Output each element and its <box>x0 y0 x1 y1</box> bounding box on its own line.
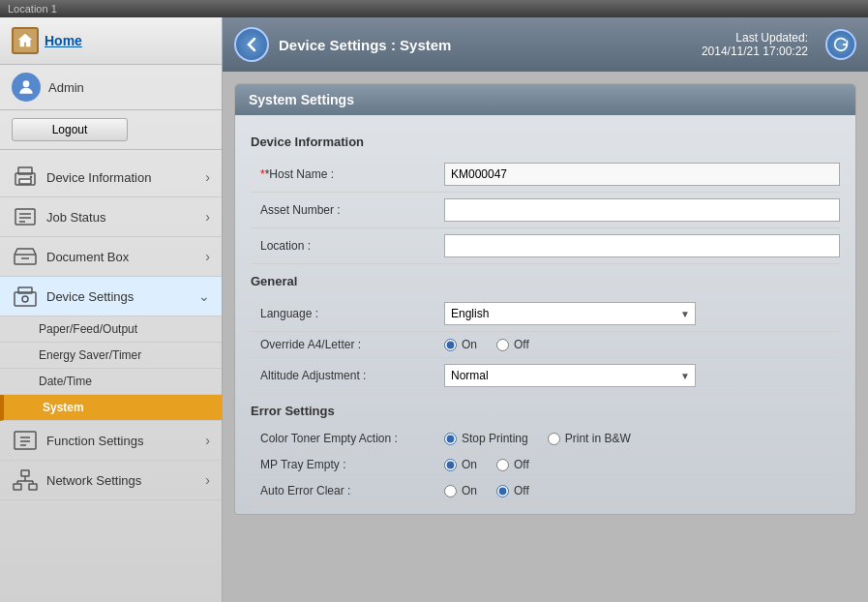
color-toner-label: Color Toner Empty Action : <box>251 432 444 445</box>
auto-error-label: Auto Error Clear : <box>251 484 444 497</box>
stop-printing-radio[interactable] <box>444 433 457 445</box>
override-off-option[interactable]: Off <box>496 338 529 351</box>
sidebar-subitem-energy-saver[interactable]: Energy Saver/Timer <box>0 343 222 369</box>
override-off-radio[interactable] <box>496 339 509 351</box>
location-input[interactable] <box>444 234 840 257</box>
svg-rect-14 <box>15 432 36 449</box>
home-icon <box>12 27 39 54</box>
mp-tray-off-option[interactable]: Off <box>496 458 529 471</box>
breadcrumb: Device Settings : System <box>279 37 692 53</box>
sidebar-item-label: Function Settings <box>46 434 205 448</box>
printer-icon <box>12 166 39 189</box>
stop-printing-option[interactable]: Stop Printing <box>444 432 528 445</box>
asset-number-row: Asset Number : <box>251 193 840 228</box>
language-label: Language : <box>251 307 444 320</box>
svg-rect-9 <box>15 255 36 264</box>
asset-number-label: Asset Number : <box>251 203 444 217</box>
altitude-row: Altitude Adjustment : Normal High 1 High… <box>251 358 840 394</box>
sidebar-item-label: Job Status <box>46 210 205 225</box>
override-on-option[interactable]: On <box>444 338 477 351</box>
override-row: Override A4/Letter : On Off <box>251 332 840 358</box>
sidebar-item-label: Device Settings <box>46 289 198 304</box>
sidebar-item-network-settings[interactable]: Network Settings › <box>0 461 222 500</box>
mp-tray-on-radio[interactable] <box>444 459 457 471</box>
network-icon <box>12 468 39 492</box>
print-bw-option[interactable]: Print in B&W <box>548 432 631 445</box>
device-info-section-title: Device Information <box>251 135 840 149</box>
language-row: Language : English French German Spanish… <box>251 296 840 332</box>
location-row: Location : <box>251 228 840 264</box>
chevron-right-icon: › <box>205 249 210 264</box>
admin-name: Admin <box>48 80 84 95</box>
auto-error-row: Auto Error Clear : On Off <box>251 478 840 504</box>
home-link[interactable]: Home <box>12 27 210 54</box>
chevron-right-icon: › <box>205 433 210 448</box>
location-label: Location : <box>251 239 444 253</box>
sidebar-item-label: Device Information <box>46 170 205 185</box>
last-updated-value: 2014/11/21 17:00:22 <box>702 45 808 58</box>
chevron-right-icon: › <box>205 472 210 488</box>
sidebar-subitem-date-time[interactable]: Date/Time <box>0 369 222 395</box>
svg-point-4 <box>30 176 32 178</box>
mp-tray-off-radio[interactable] <box>496 459 509 471</box>
svg-rect-11 <box>15 292 36 306</box>
svg-rect-18 <box>21 470 29 476</box>
top-bar-title: Location 1 <box>8 3 57 15</box>
sidebar-item-job-status[interactable]: Job Status › <box>0 197 222 237</box>
host-name-row: **Host Name : <box>251 157 840 193</box>
sidebar-item-function-settings[interactable]: Function Settings › <box>0 421 222 461</box>
refresh-button[interactable] <box>825 29 856 60</box>
sidebar-item-device-information[interactable]: Device Information › <box>0 158 222 197</box>
sidebar-item-document-box[interactable]: Document Box › <box>0 237 222 277</box>
auto-error-on-option[interactable]: On <box>444 484 477 497</box>
error-section-title: Error Settings <box>251 404 840 418</box>
mp-tray-label: MP Tray Empty : <box>251 458 444 471</box>
logout-button[interactable]: Logout <box>12 118 128 141</box>
sidebar-subitem-label: Date/Time <box>39 375 92 388</box>
host-name-input[interactable] <box>444 163 840 186</box>
function-icon <box>12 429 39 452</box>
mp-tray-on-option[interactable]: On <box>444 458 477 471</box>
sidebar-item-label: Document Box <box>46 250 205 264</box>
asset-number-input[interactable] <box>444 198 840 222</box>
mp-tray-row: MP Tray Empty : On Off <box>251 452 840 478</box>
override-label: Override A4/Letter : <box>251 338 444 351</box>
sidebar-subitem-label: Paper/Feed/Output <box>39 322 137 336</box>
altitude-label: Altitude Adjustment : <box>251 369 444 382</box>
svg-rect-20 <box>29 484 37 490</box>
chevron-right-icon: › <box>205 169 210 185</box>
last-updated-label: Last Updated: <box>702 31 808 45</box>
svg-point-0 <box>23 80 30 87</box>
auto-error-off-radio[interactable] <box>496 485 509 497</box>
sidebar-item-label: Network Settings <box>46 473 205 488</box>
svg-point-13 <box>22 296 28 302</box>
svg-rect-19 <box>14 484 21 490</box>
sidebar-subitem-system[interactable]: System <box>0 395 222 421</box>
sidebar-subitem-label: System <box>43 401 84 414</box>
home-label: Home <box>45 33 82 48</box>
override-on-radio[interactable] <box>444 339 457 351</box>
job-icon <box>12 205 39 228</box>
print-bw-radio[interactable] <box>548 433 560 445</box>
host-name-label: **Host Name : <box>251 167 444 181</box>
sidebar-item-device-settings[interactable]: Device Settings ⌄ <box>0 277 222 316</box>
color-toner-row: Color Toner Empty Action : Stop Printing <box>251 426 840 452</box>
auto-error-on-radio[interactable] <box>444 485 457 497</box>
altitude-select[interactable]: Normal High 1 High 2 High 3 <box>444 364 696 387</box>
settings-icon <box>12 285 39 308</box>
sidebar-subitem-label: Energy Saver/Timer <box>39 348 141 362</box>
general-section-title: General <box>251 274 840 288</box>
language-select[interactable]: English French German Spanish Japanese <box>444 302 696 325</box>
back-button[interactable] <box>234 27 269 62</box>
last-updated: Last Updated: 2014/11/21 17:00:22 <box>702 31 808 58</box>
avatar <box>12 73 41 102</box>
sidebar-subitem-paper-feed[interactable]: Paper/Feed/Output <box>0 316 222 343</box>
svg-rect-3 <box>19 179 31 184</box>
panel-title: System Settings <box>249 92 354 107</box>
chevron-right-icon: › <box>205 209 210 225</box>
box-icon <box>12 245 39 268</box>
chevron-down-icon: ⌄ <box>198 288 210 304</box>
auto-error-off-option[interactable]: Off <box>496 484 529 497</box>
